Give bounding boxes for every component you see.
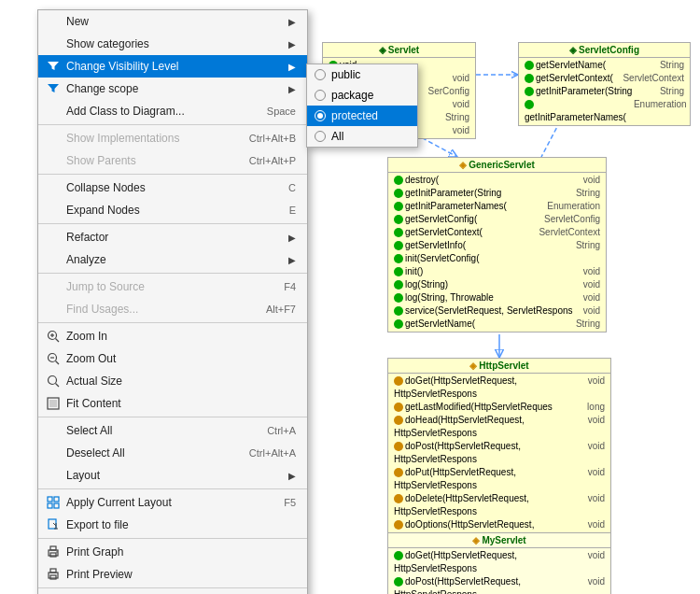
class-header-servletconfig: ◈ServletConfig <box>519 43 690 58</box>
table-row: service(ServletRequest, ServletResponsvo… <box>392 304 602 318</box>
menu-item-collapse-nodes[interactable]: Collapse Nodes C <box>38 177 307 199</box>
parents-icon <box>46 153 61 168</box>
print-icon <box>46 544 61 559</box>
menu-item-zoom-out[interactable]: Zoom Out <box>38 347 307 370</box>
table-row: getInitParameter(StringString <box>523 85 686 98</box>
submenu-item-protected[interactable]: protected <box>307 106 417 126</box>
svg-rect-18 <box>48 503 52 508</box>
menu-item-print-preview[interactable]: Print Preview <box>38 563 307 586</box>
menu-item-deselect-all[interactable]: Deselect All Ctrl+Alt+A <box>38 442 307 464</box>
apply-layout-icon <box>46 495 61 510</box>
table-row: getInitParameterNames(Enumeration <box>523 98 686 124</box>
table-row: doPut(HttpServletRequest, HttpServletRes… <box>392 466 607 492</box>
visibility-submenu: public package protected All <box>306 64 418 148</box>
menu-item-change-visibility[interactable]: Change Visibility Level ▶ <box>38 55 307 78</box>
context-menu: New ▶ Show categories ▶ Change Visibilit… <box>37 9 308 594</box>
menu-item-layout[interactable]: Layout ▶ <box>38 464 307 487</box>
table-row: destroy(void <box>392 174 602 187</box>
svg-line-8 <box>56 339 60 343</box>
menu-item-add-class[interactable]: Add Class to Diagram... Space <box>38 100 307 122</box>
svg-rect-16 <box>48 497 52 502</box>
table-row: getServletInfo(String <box>392 239 602 252</box>
svg-rect-29 <box>50 569 56 573</box>
analyze-icon <box>46 252 61 267</box>
menu-item-refactor[interactable]: Refactor ▶ <box>38 226 307 248</box>
separator <box>38 223 307 224</box>
separator <box>38 124 307 125</box>
table-row: getServletName(String <box>392 318 602 331</box>
separator <box>38 174 307 175</box>
uml-class-genericservlet: ◈GenericServlet destroy(void getInitPara… <box>387 157 607 332</box>
svg-rect-20 <box>49 519 56 529</box>
arrow-icon: ▶ <box>288 62 296 72</box>
svg-rect-19 <box>54 503 59 508</box>
class-header-genericservlet: ◈GenericServlet <box>388 158 606 173</box>
layout-icon <box>46 468 61 483</box>
print-preview-icon <box>46 567 61 582</box>
table-row: getServletName(String <box>523 59 686 72</box>
table-row: init()void <box>392 265 602 278</box>
class-body-myservlet: doGet(HttpServletRequest, HttpServletRes… <box>388 548 610 594</box>
table-row: doGet(HttpServletRequest, HttpServletRes… <box>392 549 607 575</box>
radio-protected <box>315 110 326 121</box>
svg-line-13 <box>56 384 60 388</box>
submenu-item-public[interactable]: public <box>307 64 417 85</box>
menu-item-expand-nodes[interactable]: Expand Nodes E <box>38 199 307 221</box>
submenu-item-package[interactable]: package <box>307 85 417 106</box>
jump-icon <box>46 279 61 294</box>
menu-item-select-all[interactable]: Select All Ctrl+A <box>38 419 307 442</box>
refactor-icon <box>46 230 61 245</box>
filter-icon <box>46 59 61 74</box>
arrow-icon: ▶ <box>288 471 296 481</box>
table-row: getInitParameterNames(Enumeration <box>392 200 602 213</box>
arrow-icon: ▶ <box>288 39 296 50</box>
menu-item-change-scope[interactable]: Change scope ▶ <box>38 78 307 100</box>
submenu-item-all[interactable]: All <box>307 126 417 147</box>
menu-item-jump-source: Jump to Source F4 <box>38 276 307 298</box>
uml-class-myservlet: ◈MyServlet doGet(HttpServletRequest, Htt… <box>387 532 611 594</box>
table-row: getServletContext(ServletContext <box>523 72 686 85</box>
menu-item-print-graph[interactable]: Print Graph <box>38 541 307 563</box>
svg-rect-30 <box>50 575 56 579</box>
expand-icon <box>46 203 61 218</box>
radio-public <box>315 69 326 80</box>
svg-line-4 <box>541 121 560 157</box>
collapse-icon <box>46 180 61 195</box>
table-row: getInitParameter(StringString <box>392 187 602 200</box>
table-row: doPost(HttpServletRequest, HttpServletRe… <box>392 440 607 466</box>
find-icon <box>46 302 61 317</box>
menu-item-new[interactable]: New ▶ <box>38 10 307 33</box>
uml-class-servletconfig: ◈ServletConfig getServletName(String get… <box>518 42 691 126</box>
arrow-icon: ▶ <box>288 255 296 265</box>
class-header-httpservlet: ◈HttpServlet <box>388 359 610 374</box>
arrow-icon: ▶ <box>288 17 296 27</box>
menu-item-apply-layout[interactable]: Apply Current Layout F5 <box>38 491 307 514</box>
svg-rect-15 <box>49 400 57 407</box>
menu-item-zoom-in[interactable]: Zoom In <box>38 325 307 347</box>
separator <box>38 587 307 588</box>
zoom-in-icon <box>46 329 61 344</box>
menu-item-show-implementations: Show Implementations Ctrl+Alt+B <box>38 127 307 149</box>
menu-item-show-categories[interactable]: Show categories ▶ <box>38 33 307 55</box>
categories-icon <box>46 36 61 51</box>
menu-item-fit-content[interactable]: Fit Content <box>38 392 307 415</box>
select-all-icon <box>46 423 61 438</box>
table-row: doGet(HttpServletRequest, HttpServletRes… <box>392 375 607 401</box>
table-row: init(ServletConfig( <box>392 252 602 265</box>
svg-rect-17 <box>54 497 59 502</box>
separator <box>38 417 307 417</box>
separator <box>38 322 307 323</box>
table-row: getServletContext(ServletContext <box>392 226 602 239</box>
separator <box>38 488 307 489</box>
table-row: log(String)void <box>392 278 602 291</box>
scope-filter-icon <box>46 81 61 96</box>
menu-item-export-file[interactable]: Export to file <box>38 514 307 536</box>
table-row: doDelete(HttpServletRequest, HttpServlet… <box>392 492 607 518</box>
table-row: getServletConfig(ServletConfig <box>392 213 602 226</box>
svg-rect-25 <box>50 546 56 550</box>
svg-point-27 <box>56 551 58 553</box>
menu-item-actual-size[interactable]: Actual Size <box>38 370 307 392</box>
menu-item-analyze[interactable]: Analyze ▶ <box>38 248 307 271</box>
menu-item-show-edge-labels[interactable]: ▾ Show Edge Labels <box>38 590 307 594</box>
table-row: getLastModified(HttpServletRequeslong <box>392 401 607 414</box>
